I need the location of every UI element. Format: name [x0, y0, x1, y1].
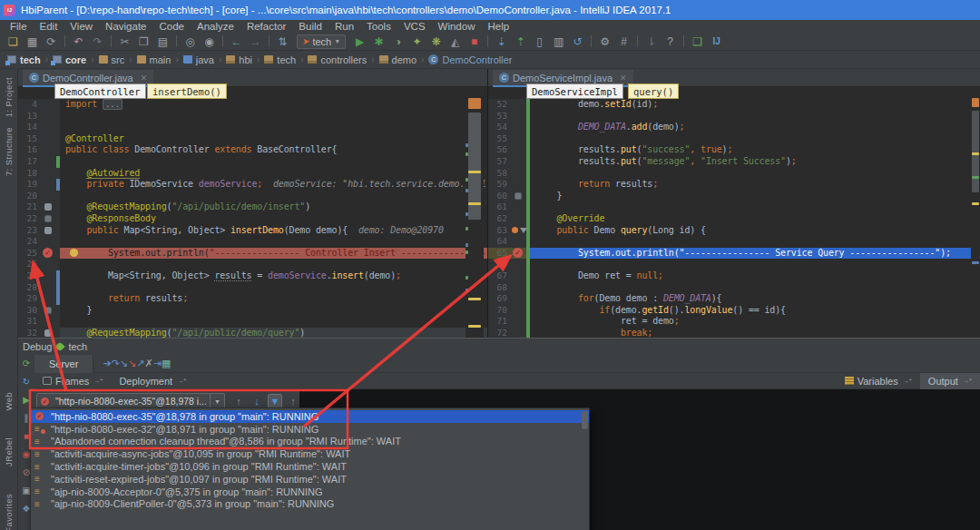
line-number[interactable]: 61 — [488, 201, 512, 213]
tab-frames[interactable]: Frames→* — [34, 373, 111, 389]
code-text[interactable]: @Autowired — [60, 168, 487, 180]
code-text[interactable] — [530, 236, 980, 248]
code-text[interactable] — [60, 236, 487, 248]
forward-icon[interactable]: → — [246, 34, 265, 50]
tab-output[interactable]: Output→* — [920, 373, 980, 389]
code-text[interactable]: results.put("success", true); — [530, 144, 980, 156]
spring-icon[interactable] — [44, 227, 52, 234]
code-area[interactable]: 4import ...131415@Controller16public cla… — [18, 87, 487, 338]
line-number[interactable]: 59 — [488, 179, 512, 191]
intellij-logo-icon[interactable]: IJ — [707, 34, 726, 50]
run-to-cursor-button[interactable]: ⇥ — [153, 358, 162, 368]
line-number[interactable]: 14 — [18, 122, 42, 133]
gutter[interactable] — [42, 179, 56, 191]
spring2-icon[interactable] — [514, 192, 522, 200]
code-text[interactable] — [60, 156, 487, 168]
code-text[interactable]: @Override — [530, 213, 980, 225]
dropdown-scrollbar[interactable] — [582, 411, 588, 429]
code-text[interactable] — [60, 259, 487, 270]
code-text[interactable]: Map<String, Object> results = demoServic… — [60, 270, 487, 282]
breadcrumb-core[interactable]: core — [53, 54, 86, 65]
code-text[interactable]: @RequestMapping("/api/public/demo/query"… — [60, 328, 487, 338]
line-number[interactable]: 30 — [18, 305, 42, 317]
breadcrumb-main[interactable]: main — [137, 54, 172, 65]
find-icon[interactable]: ◎ — [181, 34, 200, 50]
gutter[interactable] — [512, 259, 526, 270]
gutter[interactable] — [512, 236, 526, 248]
gutter[interactable] — [512, 225, 526, 237]
menu-analyze[interactable]: Analyze — [191, 21, 240, 32]
step-over-button[interactable]: ↷ — [112, 358, 120, 368]
code-text[interactable]: System.out.println("---------------- Con… — [60, 248, 487, 260]
previous-frame-button[interactable]: ↑ — [231, 394, 246, 408]
code-text[interactable]: if(demo.getId().longValue() == id){ — [530, 305, 980, 317]
gutter[interactable] — [512, 293, 526, 305]
tool-window-button-jrebel[interactable]: JRebel — [4, 437, 14, 466]
breadcrumb-hbi[interactable]: hbi — [226, 54, 252, 65]
cleanup-icon[interactable]: ⇂ — [642, 34, 661, 50]
line-number[interactable]: 31 — [18, 316, 42, 328]
next-frame-button[interactable]: ↓ — [250, 394, 264, 408]
code-text[interactable]: return results; — [60, 293, 487, 305]
code-text[interactable] — [530, 111, 980, 123]
cut-icon[interactable]: ✂ — [115, 34, 134, 50]
line-number[interactable]: 57 — [488, 156, 512, 168]
editor-scrollbar[interactable] — [971, 87, 980, 338]
line-number[interactable]: 13 — [18, 111, 42, 123]
gutter[interactable] — [512, 191, 526, 202]
tab-variables[interactable]: Variables→* — [837, 373, 920, 389]
code-text[interactable]: DEMO_DATA.add(demo); — [530, 122, 980, 133]
save-all-icon[interactable]: ▦ — [23, 34, 42, 50]
gutter[interactable] — [512, 111, 526, 123]
thread-list-item[interactable]: ≡"activiti-acquire-timer-jobs"@10,096 in… — [31, 460, 589, 473]
menu-tools[interactable]: Tools — [360, 21, 397, 32]
run-with-coverage-icon[interactable]: ◑ — [388, 34, 407, 50]
code-text[interactable] — [60, 316, 487, 328]
line-number[interactable]: 62 — [488, 213, 512, 225]
evaluate-expression-button[interactable]: ▦ — [162, 358, 171, 368]
line-number[interactable]: 18 — [18, 168, 42, 180]
code-text[interactable] — [60, 111, 487, 123]
code-text[interactable]: @RequestMapping("/api/public/demo/insert… — [60, 201, 487, 213]
run-sparkle-icon[interactable]: ❋ — [426, 34, 446, 50]
menu-vcs[interactable]: VCS — [397, 21, 432, 32]
tool-window-button-1-project[interactable]: 1: Project — [4, 77, 14, 117]
line-number[interactable]: 23 — [18, 225, 42, 237]
thread-list-item[interactable]: ≡"activiti-reset-expired-jobs"@10,097 in… — [31, 473, 589, 486]
menu-navigate[interactable]: Navigate — [99, 21, 152, 32]
line-number[interactable]: 4 — [18, 99, 42, 111]
code-text[interactable] — [530, 201, 980, 213]
settings-icon[interactable]: ⚙ — [595, 34, 614, 50]
line-number[interactable]: 28 — [18, 282, 42, 294]
top-frame-button[interactable]: ↑ — [286, 394, 300, 408]
force-step-into-button[interactable]: ↘ — [128, 358, 136, 368]
run-icon[interactable]: ▶ — [350, 34, 369, 50]
gutter[interactable] — [42, 144, 56, 156]
gutter[interactable] — [42, 305, 56, 317]
rerun-server-button[interactable]: ↻ — [20, 376, 33, 388]
line-number[interactable]: 64 — [488, 236, 512, 248]
line-number[interactable]: 20 — [18, 191, 42, 202]
thread-list-item[interactable]: ≡"http-nio-8080-exec-35"@18,978 in group… — [31, 410, 589, 423]
spring-icon[interactable] — [44, 203, 52, 211]
gutter[interactable] — [42, 133, 56, 145]
gutter[interactable] — [512, 316, 526, 328]
code-text[interactable]: return results; — [530, 179, 980, 191]
gutter[interactable]: ✓ — [42, 248, 56, 260]
breadcrumb-java[interactable]: java — [183, 54, 214, 65]
gutter[interactable] — [512, 201, 526, 213]
code-text[interactable]: results.put("message", "Insert Success")… — [530, 156, 980, 168]
breadcrumb-demo[interactable]: demo — [379, 54, 417, 65]
thread-list-item[interactable]: ≡"ajp-nio-8009-Acceptor-0"@5,375 in grou… — [31, 486, 589, 498]
open-project-icon[interactable]: ❏ — [4, 34, 23, 50]
thread-list-item[interactable]: ≡"Abandoned connection cleanup thread"@8… — [31, 436, 589, 448]
rerun-button[interactable]: ⟳ — [20, 358, 33, 369]
code-text[interactable]: } — [60, 305, 487, 317]
tool-window-button-favorites[interactable]: Favorites — [4, 494, 14, 530]
window-icon[interactable]: ❏ — [688, 34, 707, 50]
gutter[interactable] — [512, 144, 526, 156]
gutter[interactable] — [42, 282, 56, 294]
line-number[interactable]: 25 — [18, 248, 42, 260]
menu-file[interactable]: File — [4, 21, 34, 32]
code-text[interactable] — [530, 282, 980, 294]
